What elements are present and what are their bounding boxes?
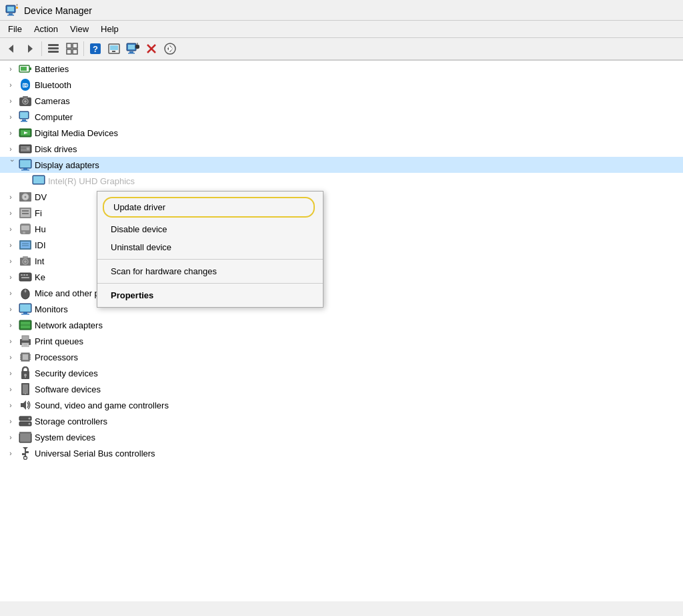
tree-item-processors[interactable]: › Processors xyxy=(0,349,683,365)
toolbar-update[interactable] xyxy=(161,40,179,57)
camera-icon xyxy=(19,94,32,107)
menu-action[interactable]: Action xyxy=(29,22,63,36)
digital-media-label: Digital Media Devices xyxy=(35,128,118,138)
ctx-update-driver-wrapper: Update driver xyxy=(97,194,323,220)
toolbar-remove[interactable] xyxy=(143,40,160,57)
expand-cameras[interactable]: › xyxy=(5,95,16,106)
expand-ide[interactable]: › xyxy=(5,240,16,250)
svg-text:⎄: ⎄ xyxy=(23,79,29,89)
expand-computer[interactable]: › xyxy=(5,111,16,122)
svg-point-114 xyxy=(29,423,31,425)
tree-item-software[interactable]: › Software devices xyxy=(0,381,683,397)
toolbar-view3[interactable] xyxy=(105,40,123,57)
ctx-separator2 xyxy=(97,283,323,284)
expand-print[interactable]: › xyxy=(5,336,16,346)
svg-rect-12 xyxy=(67,43,71,48)
svg-marker-7 xyxy=(9,45,13,53)
expand-usb[interactable]: › xyxy=(5,448,16,458)
tree-item-print[interactable]: › Print queues xyxy=(0,333,683,349)
tree-item-batteries[interactable]: › Batteries xyxy=(0,61,683,77)
menu-view[interactable]: View xyxy=(65,22,94,36)
expand-keyboards[interactable]: › xyxy=(5,272,16,282)
tree-item-disk-drives[interactable]: › Disk drives xyxy=(0,141,683,157)
svg-point-105 xyxy=(24,374,27,376)
expand-storage[interactable]: › xyxy=(5,416,16,426)
svg-rect-22 xyxy=(128,45,135,49)
title-bar: Device Manager xyxy=(0,0,683,21)
tree-item-network[interactable]: › Network adapters xyxy=(0,317,683,333)
expand-hid[interactable]: › xyxy=(5,224,16,234)
expand-sound[interactable]: › xyxy=(5,400,16,410)
expand-software[interactable]: › xyxy=(5,384,16,394)
expand-display-adapters[interactable]: › xyxy=(5,160,16,170)
toolbar-forward[interactable] xyxy=(21,40,39,57)
svg-marker-8 xyxy=(28,45,33,53)
expand-disk-drives[interactable]: › xyxy=(5,143,16,154)
disk-icon xyxy=(19,142,32,156)
expand-dvd[interactable]: › xyxy=(5,192,16,202)
toolbar-view1[interactable] xyxy=(45,40,62,57)
expand-imaging[interactable]: › xyxy=(5,256,16,266)
expand-network[interactable]: › xyxy=(5,320,16,330)
toolbar-monitor[interactable] xyxy=(124,40,141,57)
display-child-label: Intel(R) UHD Graphics xyxy=(48,176,135,186)
tree-item-display-adapters[interactable]: › Display adapters xyxy=(0,157,683,173)
tree-item-usb[interactable]: › Universal Serial Bus controllers xyxy=(0,445,683,461)
svg-marker-119 xyxy=(23,447,28,450)
tree-item-display-child[interactable]: Intel(R) UHD Graphics xyxy=(13,173,683,189)
print-label: Print queues xyxy=(35,336,83,346)
expand-processors[interactable]: › xyxy=(5,352,16,362)
expand-digital-media[interactable]: › xyxy=(5,127,16,138)
main-content: › Batteries › ⎄ Bluetooth › xyxy=(0,61,683,601)
system-label: System devices xyxy=(35,432,95,442)
toolbar-back[interactable] xyxy=(3,40,20,57)
svg-rect-86 xyxy=(20,304,31,312)
display-icon xyxy=(19,158,32,172)
svg-rect-19 xyxy=(110,45,118,50)
expand-monitors[interactable]: › xyxy=(5,304,16,314)
tree-item-sound[interactable]: › Sound, video and game controllers xyxy=(0,397,683,413)
monitor-icon xyxy=(19,302,32,316)
tree-item-storage[interactable]: › Storage controllers xyxy=(0,413,683,429)
tree-item-cameras[interactable]: › Cameras xyxy=(0,93,683,109)
imaging-icon xyxy=(19,254,32,268)
svg-rect-58 xyxy=(33,176,44,184)
ctx-disable-device[interactable]: Disable device xyxy=(97,220,323,238)
svg-rect-55 xyxy=(23,168,27,170)
ctx-update-driver[interactable]: Update driver xyxy=(111,201,307,214)
tree-item-bluetooth[interactable]: › ⎄ Bluetooth xyxy=(0,77,683,93)
menu-help[interactable]: Help xyxy=(95,22,124,36)
storage-icon xyxy=(19,414,32,428)
svg-rect-78 xyxy=(21,274,23,276)
svg-rect-97 xyxy=(23,354,28,360)
tree-item-security[interactable]: › Security devices xyxy=(0,365,683,381)
toolbar-help[interactable]: ? xyxy=(87,40,104,57)
computer-label: Computer xyxy=(35,112,73,122)
svg-rect-34 xyxy=(21,67,27,71)
expand-mice[interactable]: › xyxy=(5,288,16,298)
battery-icon xyxy=(19,62,32,75)
expand-system[interactable]: › xyxy=(5,432,16,442)
tree-item-system[interactable]: › System devices xyxy=(0,429,683,445)
svg-rect-2 xyxy=(9,13,13,15)
expand-bluetooth[interactable]: › xyxy=(5,79,16,90)
ctx-scan-hardware[interactable]: Scan for hardware changes xyxy=(97,262,323,280)
monitors-label: Monitors xyxy=(35,304,68,314)
menu-file[interactable]: File xyxy=(3,22,27,36)
expand-firmware[interactable]: › xyxy=(5,208,16,218)
expand-security[interactable]: › xyxy=(5,368,16,378)
toolbar-view2[interactable] xyxy=(63,40,81,57)
ctx-uninstall-device[interactable]: Uninstall device xyxy=(97,238,323,256)
app-icon xyxy=(5,4,19,17)
svg-rect-10 xyxy=(48,47,59,49)
tree-item-computer[interactable]: › Computer xyxy=(0,109,683,125)
svg-rect-56 xyxy=(21,170,29,171)
expand-batteries[interactable]: › xyxy=(5,63,16,74)
ctx-properties[interactable]: Properties xyxy=(97,286,323,304)
expand-display-child xyxy=(19,176,29,186)
svg-rect-120 xyxy=(22,453,25,455)
tree-item-digital-media[interactable]: › Digital Media Devices xyxy=(0,125,683,141)
svg-rect-121 xyxy=(26,451,29,453)
sound-label: Sound, video and game controllers xyxy=(35,400,169,410)
disk-drives-label: Disk drives xyxy=(35,144,77,154)
